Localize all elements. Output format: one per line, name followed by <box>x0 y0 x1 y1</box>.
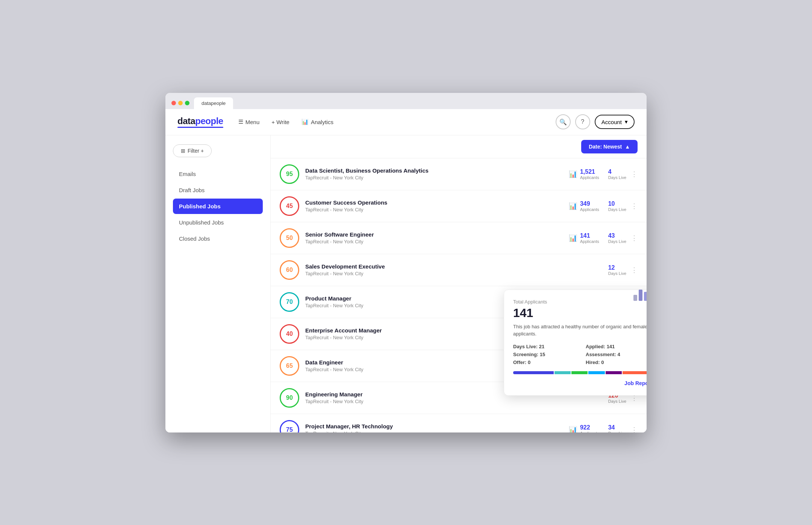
job-metrics: 📊 141 Applicants 43 Days Live <box>569 232 626 244</box>
sidebar-item-emails[interactable]: Emails <box>173 166 263 182</box>
svg-rect-0 <box>633 295 637 301</box>
sidebar-item-draft-jobs[interactable]: Draft Jobs <box>173 182 263 198</box>
job-title: Senior Software Engineer <box>305 231 569 238</box>
question-icon: ? <box>581 118 584 125</box>
bar-chart-icon: 📊 <box>569 234 577 242</box>
score-badge: 95 <box>280 164 299 184</box>
job-title: Data Scientist, Business Operations Anal… <box>305 167 569 174</box>
search-button[interactable]: 🔍 <box>556 114 571 129</box>
analytics-icon: 📊 <box>301 118 309 125</box>
applicants-metric: 📊 349 Applicants <box>569 200 599 212</box>
days-live-metric: 10 Days Live <box>608 200 626 212</box>
pipeline-bar <box>513 371 647 374</box>
job-metrics: 12 Days Live <box>608 264 626 276</box>
applicants-metric: 📊 1,521 Applicants <box>569 168 599 180</box>
sidebar-item-unpublished-jobs[interactable]: Unpublished Jobs <box>173 215 263 230</box>
sidebar-nav: Emails Draft Jobs Published Jobs Unpubli… <box>173 166 263 246</box>
content-header: Date: Newest ▲ <box>271 135 647 158</box>
days-live-metric: 43 Days Live <box>608 232 626 244</box>
job-metrics: 📊 1,521 Applicants 4 Days Live <box>569 168 626 180</box>
job-title: Project Manager, HR Technology <box>305 423 569 429</box>
hamburger-icon: ☰ <box>238 118 243 125</box>
job-company: TapRecruit - New York City <box>305 399 608 404</box>
maximize-icon[interactable] <box>185 101 189 105</box>
offer-stat: Offer: 0 <box>513 360 580 365</box>
account-button[interactable]: Account ▾ <box>595 115 635 129</box>
score-badge: 60 <box>280 260 299 280</box>
score-badge: 65 <box>280 356 299 376</box>
days-live-metric: 34 Days Live <box>608 424 626 432</box>
content-area: Date: Newest ▲ 95 Data Scientist, Busine… <box>271 135 647 432</box>
more-options-button[interactable]: ⋮ <box>631 234 638 242</box>
table-row[interactable]: 50 Senior Software Engineer TapRecruit -… <box>271 222 647 254</box>
sidebar-item-closed-jobs[interactable]: Closed Jobs <box>173 231 263 246</box>
more-options-button[interactable]: ⋮ <box>631 202 638 210</box>
filter-button[interactable]: ⊞ Filter + <box>173 144 212 157</box>
job-info: Sales Development Executive TapRecruit -… <box>305 263 608 276</box>
job-company: TapRecruit - New York City <box>305 207 569 212</box>
nav-links: ☰ Menu + Write 📊 Analytics <box>238 118 556 125</box>
popup-title: Total Applicants <box>513 299 647 305</box>
more-options-button[interactable]: ⋮ <box>631 170 638 178</box>
help-button[interactable]: ? <box>575 114 590 129</box>
applicants-popup: Total Applicants 141 This job ha <box>504 290 647 396</box>
days-live-metric: 12 Days Live <box>608 264 626 276</box>
filter-icon: ⊞ <box>181 148 185 154</box>
table-row[interactable]: 60 Sales Development Executive TapRecrui… <box>271 254 647 286</box>
popup-count: 141 <box>513 306 533 320</box>
score-badge: 40 <box>280 324 299 344</box>
more-options-button[interactable]: ⋮ <box>631 266 638 274</box>
browser-chrome: datapeople <box>165 93 647 109</box>
job-title: Sales Development Executive <box>305 263 608 270</box>
sidebar-item-published-jobs[interactable]: Published Jobs <box>173 199 263 214</box>
score-badge: 70 <box>280 292 299 312</box>
popup-description: This job has attracted a healthy number … <box>513 323 647 338</box>
job-company: TapRecruit - New York City <box>305 175 569 181</box>
job-company: TapRecruit - New York City <box>305 431 569 432</box>
score-badge: 90 <box>280 388 299 408</box>
more-options-button[interactable]: ⋮ <box>631 426 638 432</box>
top-nav: datapeople ☰ Menu + Write 📊 Analytics � <box>165 109 647 135</box>
browser-window: datapeople datapeople ☰ Menu + Write 📊 A… <box>165 93 647 432</box>
chevron-down-icon: ▾ <box>625 118 628 125</box>
job-info: Data Scientist, Business Operations Anal… <box>305 167 569 181</box>
bar-chart-icon: 📊 <box>569 202 577 210</box>
sidebar: ⊞ Filter + Emails Draft Jobs Published J… <box>165 135 271 432</box>
score-badge: 75 <box>280 420 299 432</box>
close-icon[interactable] <box>171 101 176 105</box>
popup-stats: Days Live: 21 Applied: 141 Screening: 15 <box>513 344 647 365</box>
nav-right: 🔍 ? Account ▾ <box>556 114 635 129</box>
minimize-icon[interactable] <box>178 101 183 105</box>
job-report-link[interactable]: Job Report <box>513 380 647 386</box>
days-live-metric: 4 Days Live <box>608 168 626 180</box>
job-company: TapRecruit - New York City <box>305 239 569 244</box>
applied-stat: Applied: 141 <box>586 344 647 349</box>
app-container: datapeople ☰ Menu + Write 📊 Analytics � <box>165 109 647 432</box>
job-info: Senior Software Engineer TapRecruit - Ne… <box>305 231 569 244</box>
nav-analytics[interactable]: 📊 Analytics <box>301 118 333 125</box>
nav-write[interactable]: + Write <box>271 119 289 125</box>
score-badge: 50 <box>280 228 299 248</box>
browser-tab[interactable]: datapeople <box>194 97 233 109</box>
popup-mini-chart <box>633 287 647 303</box>
search-icon: 🔍 <box>559 118 567 126</box>
traffic-lights <box>171 101 189 105</box>
assessment-stat: Assessment: 4 <box>586 352 647 357</box>
svg-rect-1 <box>639 290 642 301</box>
sort-button[interactable]: Date: Newest ▲ <box>581 140 638 153</box>
applicants-metric: 📊 141 Applicants <box>569 232 599 244</box>
job-company: TapRecruit - New York City <box>305 271 608 276</box>
nav-menu[interactable]: ☰ Menu <box>238 118 260 125</box>
score-badge: 45 <box>280 196 299 216</box>
svg-rect-2 <box>644 292 647 301</box>
job-metrics: 📊 922 Applicants 34 Days Live <box>569 424 626 432</box>
job-info: Customer Success Operations TapRecruit -… <box>305 199 569 212</box>
days-live-stat: Days Live: 21 <box>513 344 580 349</box>
table-row[interactable]: 95 Data Scientist, Business Operations A… <box>271 158 647 190</box>
table-row[interactable]: 75 Project Manager, HR Technology TapRec… <box>271 414 647 432</box>
bar-chart-icon: 📊 <box>569 426 577 432</box>
chevron-up-icon: ▲ <box>625 144 630 150</box>
applicants-metric: 📊 922 Applicants <box>569 424 599 432</box>
table-row[interactable]: 45 Customer Success Operations TapRecrui… <box>271 190 647 222</box>
main-layout: ⊞ Filter + Emails Draft Jobs Published J… <box>165 135 647 432</box>
